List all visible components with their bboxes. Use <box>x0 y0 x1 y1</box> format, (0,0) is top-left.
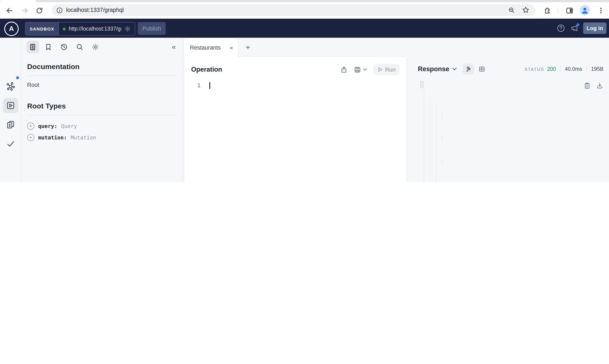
save-options-chevron-down-icon[interactable] <box>363 68 367 71</box>
screen: localhost:1337/graphql A SANDBOX <box>0 0 609 182</box>
response-header: Response STATUS 200 40.0ms 195B <box>418 63 604 75</box>
browser-active-tab[interactable] <box>0 0 37 2</box>
url-text[interactable]: localhost:1337/graphql <box>66 7 124 13</box>
address-bar[interactable]: localhost:1337/graphql <box>52 4 535 16</box>
forward-icon[interactable] <box>21 7 29 14</box>
text-cursor <box>209 82 210 89</box>
run-play-icon <box>377 67 382 72</box>
status-label: STATUS <box>524 66 544 72</box>
root-type-name: mutation: <box>38 134 67 141</box>
response-json[interactable] <box>422 81 607 182</box>
documentation-panel: « Documentation Root Root Types +query:Q… <box>21 38 183 182</box>
divider <box>586 66 587 72</box>
publish-button[interactable]: Publish <box>138 22 166 35</box>
operation-collections-icon[interactable] <box>3 117 18 132</box>
docs-toolbar: « <box>21 38 183 56</box>
endpoint-url[interactable]: http://localhost:1337/gra... <box>69 26 121 32</box>
docs-root-link[interactable]: Root <box>27 82 39 88</box>
endpoint-settings-gear-icon[interactable] <box>124 26 131 32</box>
save-floppy-icon[interactable] <box>354 66 361 73</box>
response-duration: 40.0ms <box>565 66 582 72</box>
root-type-value: Query <box>61 123 77 129</box>
divider <box>27 76 176 76</box>
docs-title: Documentation <box>27 63 79 71</box>
bookmark-star-icon[interactable] <box>522 6 529 13</box>
explorer-icon[interactable] <box>3 98 18 113</box>
collapse-docs-icon[interactable]: « <box>172 43 176 51</box>
back-icon[interactable] <box>5 7 13 14</box>
endpoint-online-dot <box>63 27 66 30</box>
root-types-list: +query:Query+mutation:Mutation <box>27 120 176 143</box>
operation-actions: Run <box>340 64 400 75</box>
login-button[interactable]: Log in <box>583 22 607 34</box>
new-tab-icon[interactable]: + <box>243 42 253 52</box>
json-line <box>422 104 607 111</box>
json-line <box>422 111 607 119</box>
response-title: Response <box>418 65 449 73</box>
indent-guide <box>442 112 443 118</box>
json-line <box>422 172 607 180</box>
table-view-icon[interactable] <box>476 64 487 75</box>
expand-circle-plus-icon[interactable]: + <box>27 122 34 130</box>
root-type-value: Mutation <box>71 134 96 141</box>
json-line <box>422 89 607 96</box>
indent-guide <box>442 135 443 141</box>
operation-title: Operation <box>191 66 222 73</box>
sandbox-badge: SANDBOX <box>26 23 59 35</box>
close-tab-icon[interactable]: × <box>230 44 233 51</box>
indent-guide <box>442 181 443 182</box>
indent-guide <box>430 97 430 182</box>
indent-guide <box>442 158 443 164</box>
extensions-puzzle-icon[interactable] <box>543 7 551 14</box>
browser-menu-dots-icon[interactable] <box>597 7 605 14</box>
saved-collections-bookmark-icon[interactable] <box>42 41 55 53</box>
operation-editor[interactable]: 1 <box>184 82 210 89</box>
browser-profile-avatar[interactable] <box>580 5 590 15</box>
announcements-megaphone-icon[interactable] <box>570 24 579 32</box>
share-operation-icon[interactable] <box>340 66 348 73</box>
root-type-mutation[interactable]: +mutation:Mutation <box>27 132 176 143</box>
json-line <box>422 134 607 142</box>
run-button[interactable]: Run <box>373 64 400 75</box>
reload-icon[interactable] <box>36 7 43 14</box>
endpoint-input[interactable]: http://localhost:1337/gra... <box>59 23 135 35</box>
documentation-tab-icon[interactable] <box>26 41 39 53</box>
save-operation-group[interactable] <box>354 66 367 73</box>
json-line <box>422 165 607 172</box>
apollo-header: A SANDBOX http://localhost:1337/gra... P… <box>0 19 609 38</box>
apollo-logo-letter: A <box>9 25 14 33</box>
response-panel: Response STATUS 200 40.0ms 195B <box>407 38 609 182</box>
run-label: Run <box>385 66 396 73</box>
site-info-icon[interactable] <box>56 7 63 13</box>
schema-graph-icon[interactable] <box>3 79 18 94</box>
root-types-title: Root Types <box>27 102 66 111</box>
json-line <box>422 81 607 89</box>
zoom-out-icon[interactable] <box>508 7 515 13</box>
search-icon[interactable] <box>73 41 86 53</box>
settings-gear-icon[interactable] <box>89 41 102 53</box>
expand-circle-plus-icon[interactable]: + <box>27 134 34 141</box>
left-rail: » <box>0 38 22 182</box>
help-icon[interactable] <box>557 24 565 32</box>
browser-tab-strip <box>0 0 609 2</box>
checks-icon[interactable] <box>3 136 18 151</box>
json-view-icon[interactable] <box>463 64 474 75</box>
tab-restaurants[interactable]: Restaurants × <box>183 38 239 57</box>
root-type-query[interactable]: +query:Query <box>27 120 176 132</box>
json-line <box>422 119 607 127</box>
side-panel-icon[interactable] <box>566 7 573 14</box>
schema-notification-dot <box>16 76 19 79</box>
response-size: 195B <box>591 66 604 72</box>
root-type-name: query: <box>38 123 57 129</box>
apollo-logo[interactable]: A <box>4 22 19 36</box>
history-icon[interactable] <box>58 41 70 53</box>
toolbar-divider <box>558 7 558 14</box>
response-meta: STATUS 200 40.0ms 195B <box>524 66 604 72</box>
fold-handle[interactable] <box>420 81 423 88</box>
indent-guide <box>436 105 437 182</box>
status-code: 200 <box>547 66 556 72</box>
json-line <box>422 142 607 150</box>
json-line <box>422 180 607 182</box>
response-chevron-down-icon[interactable] <box>452 67 457 71</box>
browser-toolbar: localhost:1337/graphql <box>0 2 609 19</box>
